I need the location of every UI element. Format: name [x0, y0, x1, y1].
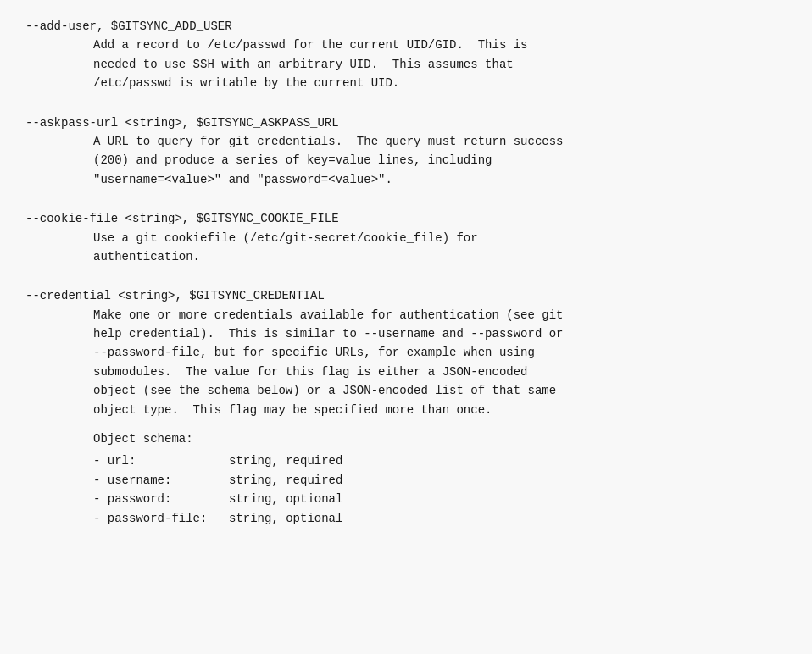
schema-credential: Object schema: - url: string, required -… — [93, 430, 787, 528]
schema-key: - password: — [93, 490, 229, 508]
flag-name-cookie-file: --cookie-file <string>, $GITSYNC_COOKIE_… — [25, 209, 787, 228]
schema-value: string, optional — [229, 490, 342, 508]
schema-key: - url: — [93, 452, 229, 470]
schema-title: Object schema: — [93, 430, 787, 448]
schema-item: - password-file: string, optional — [93, 509, 787, 528]
flag-description-askpass-url: A URL to query for git credentials. The … — [93, 132, 787, 189]
section-cookie-file: --cookie-file <string>, $GITSYNC_COOKIE_… — [25, 209, 787, 266]
flag-name-askpass-url: --askpass-url <string>, $GITSYNC_ASKPASS… — [25, 114, 787, 132]
flag-description-add-user: Add a record to /etc/passwd for the curr… — [93, 36, 787, 92]
section-askpass-url: --askpass-url <string>, $GITSYNC_ASKPASS… — [25, 114, 787, 190]
schema-value: string, required — [229, 452, 342, 470]
schema-item: - url: string, required — [93, 452, 787, 470]
doc-content: --add-user, $GITSYNC_ADD_USERAdd a recor… — [25, 17, 787, 528]
schema-value: string, required — [229, 471, 342, 490]
flag-name-add-user: --add-user, $GITSYNC_ADD_USER — [25, 17, 787, 36]
section-add-user: --add-user, $GITSYNC_ADD_USERAdd a recor… — [25, 17, 787, 93]
schema-item: - password: string, optional — [93, 490, 787, 508]
schema-key: - password-file: — [93, 509, 229, 528]
flag-description-credential: Make one or more credentials available f… — [93, 306, 787, 419]
schema-item: - username: string, required — [93, 471, 787, 490]
section-credential: --credential <string>, $GITSYNC_CREDENTI… — [25, 286, 787, 528]
schema-key: - username: — [93, 471, 229, 490]
flag-name-credential: --credential <string>, $GITSYNC_CREDENTI… — [25, 286, 787, 305]
schema-value: string, optional — [229, 509, 342, 528]
flag-description-cookie-file: Use a git cookiefile (/etc/git-secret/co… — [93, 229, 787, 267]
